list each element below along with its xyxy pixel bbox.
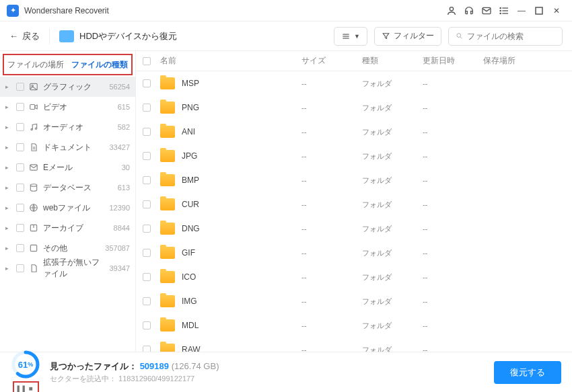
stop-icon[interactable]: ■	[27, 384, 35, 392]
row-size: --	[301, 273, 362, 281]
filter-label: フィルター	[394, 30, 434, 42]
row-checkbox[interactable]	[143, 249, 151, 257]
row-type: フォルダ	[362, 297, 423, 307]
maximize-icon[interactable]	[530, 2, 548, 19]
expand-icon[interactable]: ▸	[5, 225, 12, 231]
file-row[interactable]: CUR--フォルダ--	[136, 192, 572, 217]
row-name: MDL	[182, 321, 301, 330]
category-checkbox[interactable]	[16, 103, 24, 111]
row-checkbox[interactable]	[143, 79, 151, 87]
file-row[interactable]: RAW--フォルダ--	[136, 338, 572, 352]
folder-icon	[160, 102, 175, 114]
category-checkbox[interactable]	[16, 163, 24, 171]
file-row[interactable]: JPG--フォルダ--	[136, 144, 572, 168]
sidebar-category-5[interactable]: ▸データベース613	[0, 178, 135, 198]
search-box[interactable]	[448, 27, 563, 46]
row-type: フォルダ	[362, 224, 423, 234]
scan-controls: ❚❚ ■	[13, 381, 39, 392]
file-row[interactable]: PNG--フォルダ--	[136, 95, 572, 120]
row-checkbox[interactable]	[143, 152, 151, 160]
category-checkbox[interactable]	[16, 83, 24, 91]
row-checkbox[interactable]	[143, 346, 151, 352]
filter-button[interactable]: フィルター	[374, 27, 441, 46]
file-row[interactable]: ICO--フォルダ--	[136, 265, 572, 289]
col-date[interactable]: 更新日時	[423, 55, 483, 67]
sidebar-category-8[interactable]: ▸その他357087	[0, 238, 135, 258]
back-button[interactable]: ← 戻る	[9, 30, 40, 42]
recover-button[interactable]: 復元する	[494, 361, 561, 384]
row-checkbox[interactable]	[143, 297, 151, 305]
back-label: 戻る	[22, 30, 40, 42]
pause-icon[interactable]: ❚❚	[17, 384, 25, 392]
row-checkbox[interactable]	[143, 225, 151, 233]
account-icon[interactable]	[443, 2, 460, 19]
category-name: webファイル	[43, 202, 105, 214]
col-type[interactable]: 種類	[362, 55, 423, 67]
expand-icon[interactable]: ▸	[5, 204, 12, 211]
expand-icon[interactable]: ▸	[5, 104, 12, 110]
sidebar-category-2[interactable]: ▸オーディオ582	[0, 117, 135, 137]
chevron-down-icon: ▼	[354, 33, 360, 40]
sidebar-category-1[interactable]: ▸ビデオ615	[0, 97, 135, 117]
svg-point-5	[500, 7, 501, 8]
category-checkbox[interactable]	[16, 204, 24, 212]
category-checkbox[interactable]	[16, 184, 24, 192]
file-row[interactable]: ANI--フォルダ--	[136, 120, 572, 144]
file-row[interactable]: IMG--フォルダ--	[136, 289, 572, 313]
mail-icon[interactable]	[478, 2, 495, 19]
tab-file-location[interactable]: ファイルの場所	[4, 55, 68, 74]
sidebar-category-6[interactable]: ▸webファイル12390	[0, 198, 135, 218]
minimize-icon[interactable]: —	[513, 2, 530, 19]
row-checkbox[interactable]	[143, 176, 151, 184]
select-all-checkbox[interactable]	[143, 57, 151, 65]
row-date: --	[423, 104, 483, 112]
file-row[interactable]: MDL--フォルダ--	[136, 313, 572, 338]
row-checkbox[interactable]	[143, 321, 151, 329]
app-logo-icon: ✦	[7, 5, 19, 17]
sidebar-tabs: ファイルの場所 ファイルの種類	[3, 54, 133, 75]
support-icon[interactable]	[460, 2, 478, 19]
expand-icon[interactable]: ▸	[5, 164, 12, 171]
category-icon	[28, 202, 39, 213]
view-menu-button[interactable]: ▼	[334, 27, 367, 46]
sidebar-category-9[interactable]: ▸拡張子が無いファイル39347	[0, 258, 135, 278]
sidebar-category-7[interactable]: ▸アーカイブ8844	[0, 218, 135, 238]
sidebar-category-4[interactable]: ▸Eメール30	[0, 157, 135, 178]
file-row[interactable]: MSP--フォルダ--	[136, 71, 572, 95]
column-header: 名前 サイズ 種類 更新日時 保存場所	[136, 51, 572, 71]
sidebar-category-3[interactable]: ▸ドキュメント33427	[0, 137, 135, 157]
tab-file-type[interactable]: ファイルの種類	[68, 55, 132, 74]
row-checkbox[interactable]	[143, 128, 151, 136]
col-name[interactable]: 名前	[160, 55, 301, 67]
row-checkbox[interactable]	[143, 273, 151, 281]
row-checkbox[interactable]	[143, 104, 151, 112]
expand-icon[interactable]: ▸	[5, 184, 12, 191]
expand-icon[interactable]: ▸	[5, 245, 12, 251]
row-checkbox[interactable]	[143, 200, 151, 208]
expand-icon[interactable]: ▸	[5, 265, 12, 272]
col-size[interactable]: サイズ	[301, 55, 362, 67]
expand-icon[interactable]: ▸	[5, 83, 12, 90]
expand-icon[interactable]: ▸	[5, 124, 12, 130]
category-checkbox[interactable]	[16, 264, 24, 272]
list-icon[interactable]	[495, 2, 513, 19]
category-checkbox[interactable]	[16, 143, 24, 151]
close-icon[interactable]: ✕	[548, 2, 565, 19]
file-row[interactable]: GIF--フォルダ--	[136, 241, 572, 265]
category-checkbox[interactable]	[16, 123, 24, 131]
category-count: 56254	[109, 83, 130, 91]
row-name: RAW	[182, 345, 301, 352]
expand-icon[interactable]: ▸	[5, 144, 12, 151]
svg-rect-8	[536, 7, 542, 14]
category-checkbox[interactable]	[16, 224, 24, 232]
category-name: データベース	[43, 182, 114, 194]
sidebar-category-0[interactable]: ▸グラフィック56254	[0, 77, 135, 97]
file-row[interactable]: BMP--フォルダ--	[136, 168, 572, 192]
col-location[interactable]: 保存場所	[483, 55, 565, 67]
row-date: --	[423, 297, 483, 305]
search-input[interactable]	[467, 32, 555, 41]
category-name: ビデオ	[43, 102, 114, 113]
file-row[interactable]: DNG--フォルダ--	[136, 217, 572, 241]
category-checkbox[interactable]	[16, 244, 24, 252]
category-count: 39347	[109, 264, 130, 272]
